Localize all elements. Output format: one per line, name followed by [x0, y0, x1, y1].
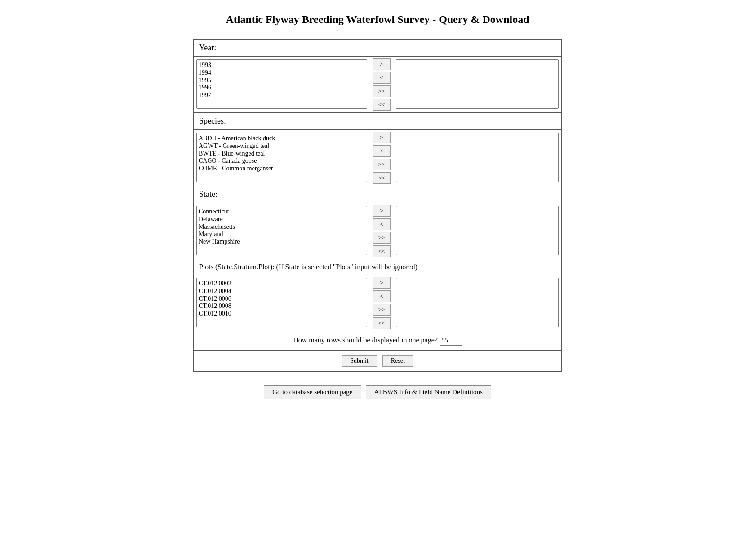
- state-add-all-button[interactable]: >>: [373, 232, 391, 244]
- reset-button[interactable]: Reset: [382, 355, 413, 367]
- species-add-button[interactable]: >: [373, 132, 391, 143]
- state-section-header: State:: [194, 186, 561, 203]
- year-transfer-buttons: > < >> <<: [370, 57, 393, 112]
- state-add-button[interactable]: >: [373, 205, 391, 217]
- state-remove-all-button[interactable]: <<: [373, 245, 391, 257]
- state-transfer-buttons: > < >> <<: [370, 203, 393, 259]
- query-form: Year: 1993 1994 1995 1996 1997 > < >> <<: [193, 39, 562, 372]
- rows-input[interactable]: [440, 336, 462, 346]
- form-actions: Submit Reset: [194, 351, 561, 371]
- species-add-all-button[interactable]: >>: [373, 159, 391, 170]
- year-left-list[interactable]: 1993 1994 1995 1996 1997: [196, 59, 367, 109]
- db-selection-button[interactable]: Go to database selection page: [264, 385, 361, 399]
- plots-remove-button[interactable]: <: [373, 290, 391, 302]
- page-title: Atlantic Flyway Breeding Waterfowl Surve…: [226, 13, 529, 26]
- info-button[interactable]: AFBWS Info & Field Name Definitions: [366, 385, 491, 399]
- year-section-header: Year:: [194, 40, 561, 56]
- plots-add-all-button[interactable]: >>: [373, 304, 391, 316]
- species-right-list[interactable]: [396, 133, 559, 182]
- plots-section-header: Plots (State.Stratum.Plot): (If State is…: [194, 259, 561, 275]
- state-right-list[interactable]: [396, 206, 559, 255]
- rows-per-page-row: How many rows should be displayed in one…: [194, 331, 561, 350]
- state-left-list[interactable]: Connecticut Delaware Massachusetts Maryl…: [196, 206, 367, 255]
- species-section-header: Species:: [194, 113, 561, 129]
- submit-button[interactable]: Submit: [342, 355, 377, 367]
- plots-remove-all-button[interactable]: <<: [373, 317, 391, 329]
- plots-left-list[interactable]: CT.012.0002 CT.012.0004 CT.012.0006 CT.0…: [196, 278, 367, 327]
- plots-transfer-buttons: > < >> <<: [370, 275, 393, 331]
- species-left-list[interactable]: ABDU - American black duck AGWT - Green-…: [196, 133, 367, 182]
- rows-label: How many rows should be displayed in one…: [293, 336, 438, 344]
- year-add-button[interactable]: >: [373, 58, 391, 70]
- species-remove-all-button[interactable]: <<: [373, 172, 391, 184]
- year-right-list[interactable]: [396, 59, 559, 109]
- plots-add-button[interactable]: >: [373, 277, 391, 289]
- year-remove-all-button[interactable]: <<: [373, 99, 391, 111]
- plots-right-list[interactable]: [396, 278, 559, 327]
- year-remove-button[interactable]: <: [373, 72, 391, 84]
- bottom-navigation: Go to database selection page AFBWS Info…: [264, 385, 491, 399]
- species-remove-button[interactable]: <: [373, 145, 391, 157]
- state-remove-button[interactable]: <: [373, 218, 391, 230]
- year-add-all-button[interactable]: >>: [373, 85, 391, 97]
- species-transfer-buttons: > < >> <<: [370, 130, 393, 186]
